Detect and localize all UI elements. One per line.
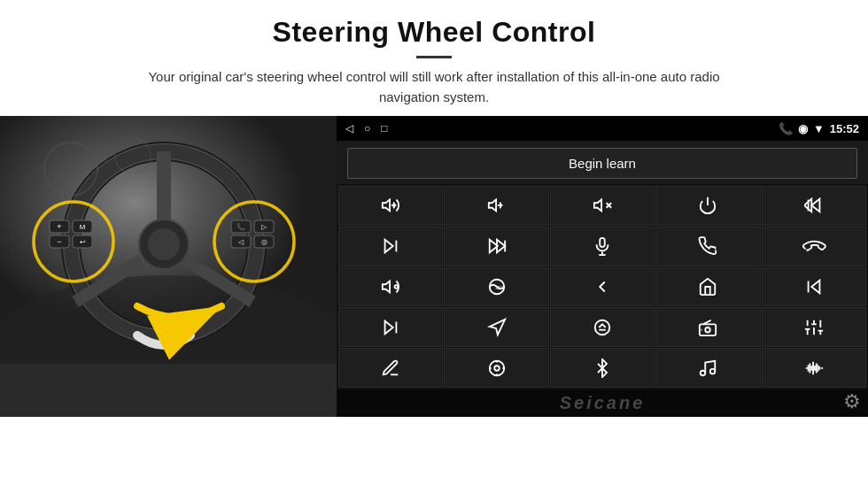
back-button[interactable] <box>550 267 655 307</box>
page-title: Steering Wheel Control <box>53 16 815 49</box>
back-nav-icon[interactable]: ◁ <box>345 122 353 135</box>
svg-text:M: M <box>80 223 86 231</box>
ff-next-button[interactable] <box>444 227 548 266</box>
car-image: + − M ↩ 📞 ◁ ▷ ◎ <box>0 116 337 417</box>
steering-wheel-svg: + − M ↩ 📞 ◁ ▷ ◎ <box>0 116 337 364</box>
skip-prev-button[interactable] <box>762 267 866 307</box>
begin-learn-row: Begin learn <box>337 141 868 184</box>
vol-mute-button[interactable] <box>550 186 655 226</box>
svg-marker-41 <box>811 199 819 212</box>
wifi-status-icon: ▼ <box>813 122 825 135</box>
gear-settings-icon[interactable]: ⚙ <box>843 390 861 413</box>
svg-marker-32 <box>383 200 390 212</box>
svg-marker-35 <box>488 200 495 212</box>
hangup-button[interactable] <box>762 227 866 266</box>
bluetooth-button[interactable] <box>550 348 655 388</box>
seicane-watermark: Seicane <box>560 393 646 412</box>
360-button[interactable]: 360° <box>444 267 548 307</box>
home-button[interactable] <box>655 267 760 307</box>
svg-point-64 <box>706 327 711 333</box>
waveform-button[interactable] <box>762 348 866 388</box>
svg-text:−: − <box>57 237 61 246</box>
svg-point-7 <box>148 228 180 260</box>
svg-marker-56 <box>811 281 819 294</box>
svg-text:↩: ↩ <box>80 238 86 246</box>
phone-button[interactable] <box>655 227 760 266</box>
prev-skip-button[interactable] <box>762 186 866 226</box>
header-section: Steering Wheel Control Your original car… <box>0 0 868 116</box>
navigation-button[interactable] <box>444 307 548 347</box>
svg-marker-52 <box>383 281 390 293</box>
svg-marker-58 <box>385 320 393 334</box>
svg-point-53 <box>395 285 399 289</box>
next-track-button[interactable] <box>338 227 443 266</box>
radio-button[interactable] <box>655 307 760 347</box>
icon-grid: 360° <box>337 184 868 389</box>
svg-text:◎: ◎ <box>261 238 267 246</box>
content-row: + − M ↩ 📞 ◁ ▷ ◎ <box>0 116 868 485</box>
time-display: 15:52 <box>830 122 859 135</box>
svg-text:◁: ◁ <box>238 238 244 246</box>
equalizer-button[interactable] <box>762 307 866 347</box>
svg-point-76 <box>494 366 500 371</box>
topbar-status: 📞 ◉ ▼ 15:52 <box>779 122 859 135</box>
vol-down-button[interactable] <box>444 186 548 226</box>
svg-text:360°: 360° <box>495 286 504 290</box>
android-screen: ◁ ○ □ 📞 ◉ ▼ 15:52 Begin learn <box>337 116 868 417</box>
settings-circle-button[interactable] <box>444 348 548 388</box>
location-status-icon: ◉ <box>798 122 808 135</box>
svg-text:▷: ▷ <box>261 223 267 231</box>
home-nav-icon[interactable]: ○ <box>364 122 370 135</box>
svg-point-61 <box>595 320 610 335</box>
recents-nav-icon[interactable]: □ <box>381 122 387 135</box>
speaker-button[interactable] <box>338 267 443 307</box>
title-divider <box>416 56 452 58</box>
svg-marker-44 <box>385 240 393 253</box>
svg-marker-60 <box>489 319 504 335</box>
svg-point-75 <box>489 360 504 375</box>
android-topbar: ◁ ○ □ 📞 ◉ ▼ 15:52 <box>337 116 868 141</box>
seicane-bar: Seicane ⚙ <box>337 389 868 417</box>
svg-text:+: + <box>57 222 61 231</box>
svg-point-81 <box>701 370 706 375</box>
svg-text:📞: 📞 <box>236 222 245 231</box>
power-button[interactable] <box>655 186 760 226</box>
music-button[interactable] <box>655 348 760 388</box>
phone-status-icon: 📞 <box>779 122 793 135</box>
pen-button[interactable] <box>338 348 443 388</box>
vol-up-button[interactable] <box>338 186 443 226</box>
svg-rect-49 <box>600 238 605 247</box>
begin-learn-button[interactable]: Begin learn <box>347 148 857 179</box>
topbar-nav-icons: ◁ ○ □ <box>345 122 388 135</box>
mic-button[interactable] <box>550 227 655 266</box>
header-description: Your original car's steering wheel contr… <box>124 67 744 107</box>
skip-next-button[interactable] <box>338 307 443 347</box>
eject-button[interactable] <box>550 307 655 347</box>
svg-point-82 <box>710 368 716 373</box>
svg-marker-37 <box>594 200 601 212</box>
page: Steering Wheel Control Your original car… <box>0 0 868 485</box>
